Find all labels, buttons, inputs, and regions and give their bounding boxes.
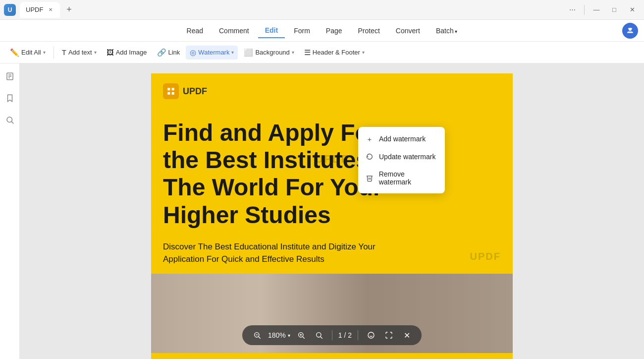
maximize-button[interactable]: □: [606, 3, 622, 17]
pdf-page: UPDF UPDF Find and Apply For the Best In…: [151, 73, 513, 359]
fullscreen-icon: [385, 331, 393, 339]
app-icon: U: [4, 4, 16, 16]
background-button[interactable]: ⬜ Background ▾: [240, 46, 298, 60]
add-text-button[interactable]: T Add text ▾: [58, 46, 101, 59]
add-text-arrow: ▾: [94, 50, 97, 55]
separator: [332, 330, 332, 340]
watermark-button[interactable]: ◎ Watermark ▾: [186, 46, 238, 60]
svg-point-7: [7, 117, 12, 122]
svg-line-15: [303, 337, 305, 339]
background-icon: ⬜: [244, 48, 253, 57]
minimize-button[interactable]: —: [589, 3, 604, 17]
menu-batch[interactable]: Batch: [429, 24, 465, 38]
watermark-right: UPDF: [470, 251, 501, 262]
remove-watermark-item[interactable]: Remove watermark: [358, 166, 445, 190]
sidebar: [0, 63, 20, 359]
header-footer-icon: ☰: [304, 48, 311, 57]
menu-read[interactable]: Read: [180, 24, 210, 38]
zoom-in-button[interactable]: [294, 328, 308, 342]
ai-icon: [626, 26, 635, 35]
fit-page-button[interactable]: [312, 328, 326, 342]
zoom-out-button[interactable]: [250, 328, 264, 342]
fit-icon: [315, 331, 323, 339]
svg-line-17: [320, 337, 322, 339]
svg-point-18: [368, 332, 374, 338]
tab-title: UPDF: [26, 6, 43, 13]
zoom-level: 180%: [268, 331, 286, 339]
pdf-logo: UPDF: [163, 83, 207, 99]
pdf-subtitle: Discover The Best Educational Institute …: [151, 237, 399, 266]
background-arrow: ▾: [292, 50, 294, 55]
menu-comment[interactable]: Comment: [212, 24, 256, 38]
watermark-dropdown: + Add watermark Update watermark Remove …: [358, 127, 445, 193]
content-area: UPDF UPDF Find and Apply For the Best In…: [20, 63, 644, 359]
current-page: 1: [338, 331, 342, 339]
tab-close-button[interactable]: ✕: [47, 6, 54, 13]
update-watermark-icon: [365, 152, 374, 161]
remove-watermark-icon: [365, 174, 374, 182]
update-watermark-item[interactable]: Update watermark: [358, 148, 445, 166]
more-button[interactable]: ⋯: [564, 3, 580, 17]
pdf-header: UPDF: [151, 73, 513, 109]
updf-logo-icon: [163, 83, 179, 99]
title-bar: U UPDF ✕ + ⋯ — □ ✕: [0, 0, 644, 20]
zoom-arrow-icon: ▾: [288, 333, 290, 338]
watermark-center: UPDF: [315, 153, 349, 166]
header-footer-button[interactable]: ☰ Header & Footer ▾: [300, 46, 369, 60]
page-display: 1 / 2: [338, 331, 352, 339]
main-area: UPDF UPDF Find and Apply For the Best In…: [0, 63, 644, 359]
link-icon: 🔗: [157, 48, 166, 57]
emoji-icon: [367, 331, 375, 339]
updf-logo-text: UPDF: [183, 86, 207, 97]
watermark-arrow: ▾: [231, 50, 234, 55]
link-button[interactable]: 🔗 Link: [153, 46, 184, 60]
add-text-icon: T: [62, 48, 66, 57]
separator-1: [54, 47, 54, 59]
total-pages: 2: [348, 331, 352, 339]
close-button[interactable]: ✕: [624, 3, 640, 17]
edit-all-arrow: ▾: [43, 50, 46, 55]
zoom-out-icon: [253, 331, 261, 339]
menu-convert[interactable]: Convert: [389, 24, 427, 38]
add-watermark-icon: +: [365, 134, 374, 143]
edit-icon: ✏️: [10, 48, 19, 57]
ai-assistant-button[interactable]: [622, 23, 638, 39]
close-bottom-button[interactable]: ✕: [400, 328, 414, 342]
menu-form[interactable]: Form: [287, 24, 317, 38]
zoom-in-icon: [297, 331, 305, 339]
sidebar-pages-icon[interactable]: [3, 69, 17, 83]
watermark-icon: ◎: [190, 48, 196, 57]
add-image-icon: 🖼: [107, 48, 114, 57]
bottom-toolbar: 180% ▾ 1 / 2 ✕: [242, 325, 422, 345]
fullscreen-button[interactable]: [382, 328, 396, 342]
sidebar-bookmarks-icon[interactable]: [3, 91, 17, 105]
menu-bar: Read Comment Edit Form Page Protect Conv…: [0, 20, 644, 42]
header-footer-arrow: ▾: [362, 50, 365, 55]
svg-point-1: [628, 28, 629, 29]
menu-page[interactable]: Page: [319, 24, 349, 38]
svg-line-8: [11, 121, 13, 123]
window-controls: ⋯ — □ ✕: [564, 3, 640, 17]
edit-all-button[interactable]: ✏️ Edit All ▾: [6, 46, 50, 60]
svg-line-11: [259, 337, 261, 339]
new-tab-button[interactable]: +: [62, 3, 76, 17]
svg-point-2: [631, 28, 632, 29]
menu-edit[interactable]: Edit: [258, 23, 285, 38]
svg-point-16: [316, 333, 321, 337]
sidebar-search-icon[interactable]: [3, 113, 17, 127]
active-tab[interactable]: UPDF ✕: [20, 2, 60, 18]
add-watermark-item[interactable]: + Add watermark: [358, 130, 445, 148]
toolbar: ✏️ Edit All ▾ T Add text ▾ 🖼 Add Image 🔗…: [0, 42, 644, 63]
add-image-button[interactable]: 🖼 Add Image: [103, 46, 151, 59]
menu-protect[interactable]: Protect: [351, 24, 387, 38]
separator-2: [358, 330, 358, 340]
emoji-button[interactable]: [364, 328, 378, 342]
zoom-display[interactable]: 180% ▾: [268, 331, 290, 339]
